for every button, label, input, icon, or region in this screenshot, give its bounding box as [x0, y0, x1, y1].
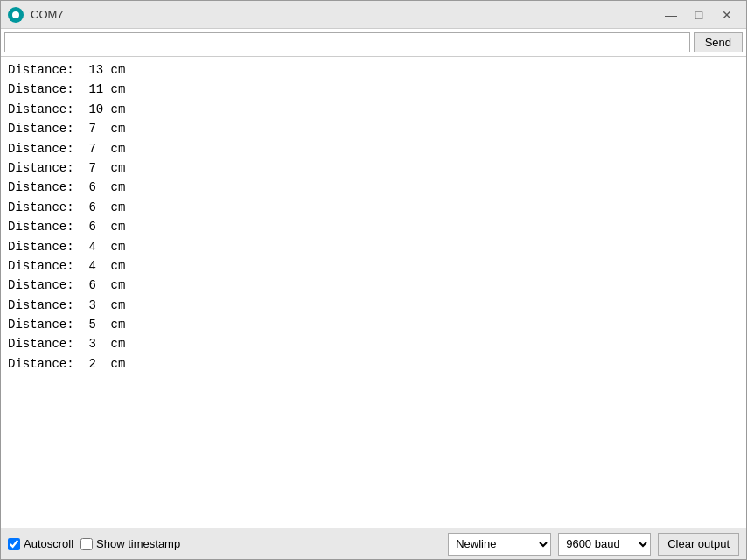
serial-input[interactable] [4, 32, 690, 52]
output-line: Distance: 13 cm [8, 60, 739, 80]
minimize-button[interactable]: — [659, 5, 683, 24]
output-scroll[interactable]: Distance: 13 cmDistance: 11 cmDistance: … [1, 57, 746, 528]
output-line: Distance: 4 cm [8, 256, 739, 276]
close-button[interactable]: ✕ [715, 5, 739, 24]
output-line: Distance: 6 cm [8, 217, 739, 236]
status-bar: Autoscroll Show timestamp NewlineNo line… [1, 528, 746, 559]
autoscroll-text: Autoscroll [24, 537, 73, 550]
output-line: Distance: 6 cm [8, 198, 739, 217]
output-line: Distance: 10 cm [8, 100, 739, 119]
output-line: Distance: 6 cm [8, 276, 739, 295]
baud-select[interactable]: 300 baud1200 baud2400 baud4800 baud9600 … [558, 533, 651, 556]
output-line: Distance: 7 cm [8, 119, 739, 138]
output-line: Distance: 7 cm [8, 139, 739, 158]
maximize-button[interactable]: □ [687, 5, 711, 24]
newline-select[interactable]: NewlineNo line endingCarriage returnBoth… [448, 533, 551, 556]
title-bar: COM7 — □ ✕ [1, 1, 746, 29]
timestamp-text: Show timestamp [96, 537, 180, 550]
autoscroll-checkbox[interactable] [8, 538, 20, 550]
output-line: Distance: 6 cm [8, 178, 739, 197]
output-line: Distance: 11 cm [8, 80, 739, 99]
timestamp-checkbox[interactable] [80, 538, 93, 550]
output-line: Distance: 3 cm [8, 296, 739, 315]
send-button[interactable]: Send [694, 32, 743, 52]
window-title: COM7 [31, 8, 659, 21]
autoscroll-label[interactable]: Autoscroll [8, 537, 73, 550]
output-line: Distance: 4 cm [8, 237, 739, 256]
main-window: COM7 — □ ✕ Send Distance: 13 cmDistance:… [0, 0, 747, 560]
timestamp-label[interactable]: Show timestamp [80, 537, 180, 550]
clear-output-button[interactable]: Clear output [658, 533, 739, 556]
app-logo [8, 7, 24, 23]
output-line: Distance: 2 cm [8, 354, 739, 374]
output-area: Distance: 13 cmDistance: 11 cmDistance: … [1, 57, 746, 528]
window-controls: — □ ✕ [659, 5, 739, 24]
output-line: Distance: 3 cm [8, 334, 739, 354]
input-bar: Send [1, 29, 746, 57]
output-line: Distance: 5 cm [8, 315, 739, 334]
output-line: Distance: 7 cm [8, 158, 739, 178]
